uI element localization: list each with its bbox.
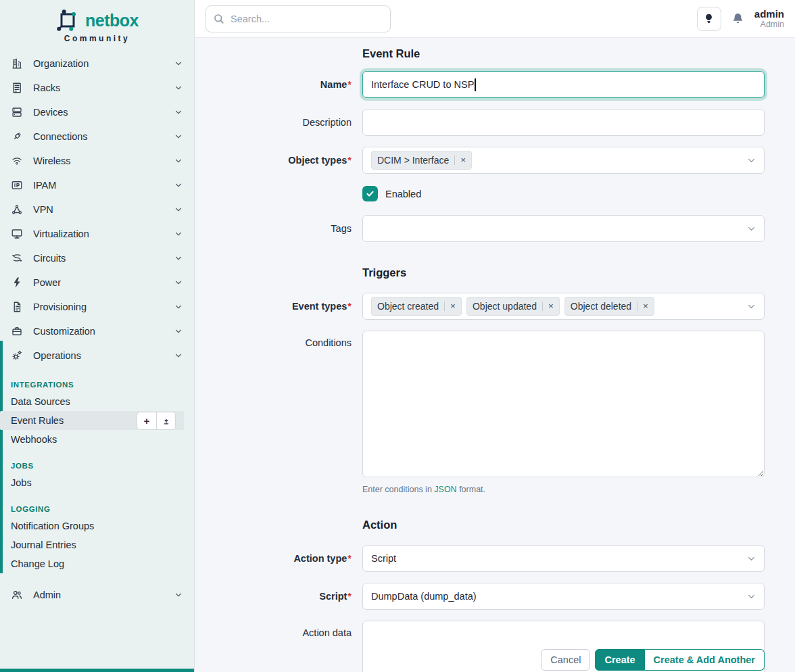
remove-tag-icon[interactable]: ×	[637, 302, 648, 311]
cancel-button[interactable]: Cancel	[541, 649, 590, 671]
conditions-hint: Enter conditions in JSON format.	[362, 485, 765, 494]
sidebar-item-circuits[interactable]: Circuits	[0, 246, 194, 270]
sidebar-item-label: Wireless	[33, 155, 174, 166]
chevron-down-icon	[746, 155, 756, 166]
main-area: admin Admin Event Rule Name* Interface C…	[195, 0, 795, 672]
description-label: Description	[195, 117, 352, 128]
tags-label: Tags	[195, 223, 352, 234]
operations-submenu: INTEGRATIONS Data Sources Event Rules + …	[0, 368, 194, 573]
chevron-down-icon	[174, 278, 183, 287]
sidebar-item-virtualization[interactable]: Virtualization	[0, 222, 194, 246]
action-type-value: Script	[371, 553, 396, 564]
rack-icon	[11, 81, 24, 95]
app-window: netbox Community Organization Racks Devi…	[0, 0, 795, 672]
chevron-down-icon	[174, 107, 183, 117]
sidebar-item-webhooks[interactable]: Webhooks	[0, 430, 194, 449]
object-types-select[interactable]: DCIM > Interface ×	[362, 147, 765, 174]
netbox-logo[interactable]: netbox	[0, 0, 194, 32]
sidebar-item-operations[interactable]: Operations	[0, 343, 194, 368]
form-actions: Cancel Create Create & Add Another	[541, 649, 765, 671]
event-types-select[interactable]: Object created × Object updated × Object…	[362, 293, 765, 320]
users-icon	[11, 588, 24, 602]
chevron-down-icon	[174, 254, 183, 263]
name-input[interactable]: Interface CRUD to NSP	[362, 71, 765, 98]
sidebar-item-devices[interactable]: Devices	[0, 100, 194, 124]
sidebar-item-vpn[interactable]: VPN	[0, 197, 194, 222]
netbox-logo-icon	[55, 8, 80, 32]
sidebar-item-event-rules[interactable]: Event Rules +	[0, 411, 184, 430]
add-event-rule-button[interactable]: +	[137, 412, 156, 429]
remove-tag-icon[interactable]: ×	[454, 155, 466, 165]
chevron-down-icon	[174, 205, 183, 214]
chevron-down-icon	[174, 83, 183, 93]
sidebar-item-provisioning[interactable]: Provisioning	[0, 295, 194, 319]
tags-select[interactable]	[362, 215, 765, 242]
script-label: Script*	[195, 591, 352, 602]
ip-card-icon	[11, 178, 24, 192]
primary-nav: Organization Racks Devices Connections W	[0, 51, 194, 368]
sidebar-item-journal-entries[interactable]: Journal Entries	[0, 535, 194, 554]
tag-label: Object created	[377, 301, 439, 312]
briefcase-icon	[11, 325, 24, 338]
sub-item-label: Jobs	[11, 477, 32, 488]
json-docs-link[interactable]: JSON	[434, 485, 456, 494]
chevron-down-icon	[174, 327, 183, 336]
selected-tag: Object deleted ×	[564, 297, 654, 316]
chevron-down-icon	[746, 302, 756, 312]
brand-wordmark: netbox	[85, 11, 139, 30]
required-marker: *	[347, 301, 352, 312]
sidebar-item-ipam[interactable]: IPAM	[0, 173, 194, 197]
chevron-down-icon	[746, 224, 756, 234]
description-input[interactable]	[362, 109, 765, 136]
topbar: admin Admin	[195, 0, 795, 38]
search-icon	[212, 12, 225, 25]
remove-tag-icon[interactable]: ×	[444, 302, 456, 311]
sidebar-item-label: Power	[33, 277, 174, 288]
username: admin	[754, 8, 784, 20]
global-search	[206, 5, 391, 32]
sidebar-item-organization[interactable]: Organization	[0, 51, 194, 76]
required-marker: *	[347, 591, 352, 602]
notifications-bell-icon[interactable]	[731, 11, 745, 26]
create-button[interactable]: Create	[595, 649, 644, 671]
section-header-integrations: INTEGRATIONS	[0, 377, 194, 392]
sidebar: netbox Community Organization Racks Devi…	[0, 0, 195, 672]
tag-label: Object deleted	[571, 301, 631, 312]
required-marker: *	[347, 553, 352, 564]
sidebar-item-admin[interactable]: Admin	[0, 583, 194, 607]
remove-tag-icon[interactable]: ×	[542, 302, 554, 311]
tag-label: DCIM > Interface	[377, 155, 449, 166]
action-data-label: Action data	[195, 621, 352, 638]
required-marker: *	[347, 79, 352, 90]
sidebar-bottom-strip	[0, 669, 194, 672]
bolt-icon	[11, 276, 24, 289]
sidebar-item-racks[interactable]: Racks	[0, 76, 194, 100]
theme-toggle-button[interactable]	[697, 7, 721, 31]
enabled-checkbox[interactable]	[362, 186, 378, 201]
sidebar-item-wireless[interactable]: Wireless	[0, 149, 194, 173]
script-select[interactable]: DumpData (dump_data)	[362, 583, 765, 610]
chevron-down-icon	[174, 351, 183, 360]
plus-icon: +	[144, 415, 150, 427]
sidebar-item-change-log[interactable]: Change Log	[0, 554, 194, 573]
sidebar-item-jobs[interactable]: Jobs	[0, 473, 194, 492]
sidebar-item-connections[interactable]: Connections	[0, 124, 194, 149]
create-add-another-button[interactable]: Create & Add Another	[645, 649, 765, 671]
sidebar-item-customization[interactable]: Customization	[0, 319, 194, 343]
upload-icon	[162, 416, 171, 426]
sub-item-label: Change Log	[11, 558, 64, 569]
chevron-down-icon	[746, 554, 756, 564]
action-type-select[interactable]: Script	[362, 545, 765, 572]
chevron-down-icon	[174, 302, 183, 312]
sidebar-item-label: Virtualization	[33, 229, 174, 239]
sidebar-item-data-sources[interactable]: Data Sources	[0, 392, 194, 411]
sidebar-item-notification-groups[interactable]: Notification Groups	[0, 517, 194, 535]
user-menu[interactable]: admin Admin	[754, 8, 784, 30]
enabled-label: Enabled	[385, 189, 421, 199]
conditions-label: Conditions	[195, 331, 352, 348]
user-role: Admin	[754, 20, 784, 29]
sidebar-item-power[interactable]: Power	[0, 270, 194, 295]
conditions-textarea[interactable]	[362, 331, 765, 477]
import-event-rule-button[interactable]	[156, 412, 175, 429]
search-input[interactable]	[206, 5, 391, 32]
